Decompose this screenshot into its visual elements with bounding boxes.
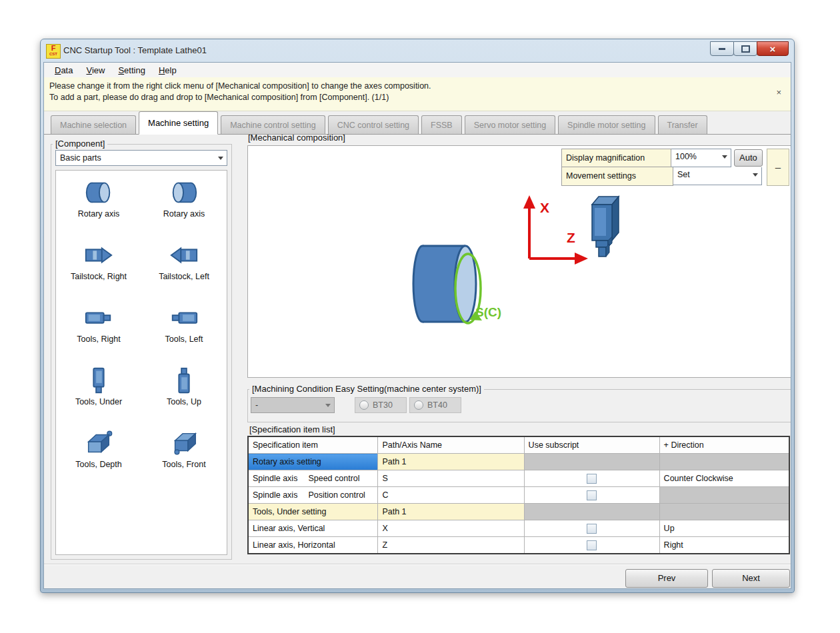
rotary-axis-left-facing-icon (168, 177, 200, 208)
mechanical-composition-canvas[interactable]: S(C) X Z (247, 145, 791, 378)
component-panel: [Component] Basic parts Rotary axis (51, 144, 232, 560)
app-window: F CST CNC Startup Tool : Template Lathe0… (40, 39, 795, 593)
radio-icon (359, 400, 369, 410)
table-row-linear-vertical[interactable]: Linear axis, Vertical X Up (248, 520, 789, 537)
component-item-tools-front[interactable]: Tools, Front (141, 425, 227, 488)
tools-front-icon (168, 428, 200, 458)
table-row-rotary-axis-setting[interactable]: Rotary axis setting Path 1 (248, 454, 789, 470)
machining-condition-select[interactable]: - (251, 397, 335, 413)
app-icon: F CST (46, 44, 61, 59)
auto-button[interactable]: Auto (734, 149, 763, 167)
use-subscript-checkbox[interactable] (587, 474, 597, 484)
notice-line1: Please change it from the right click me… (49, 81, 772, 92)
tab-strip: Machine selection Machine setting Machin… (44, 107, 791, 135)
minimize-button[interactable] (710, 41, 734, 56)
chevron-down-icon (722, 155, 727, 159)
radio-bt40[interactable]: BT40 (409, 397, 461, 413)
tailstock-right-icon (83, 240, 115, 271)
display-magnification-label: Display magnification (561, 149, 671, 167)
view-controls: Display magnification 100% Auto Movement… (561, 149, 763, 186)
close-button[interactable]: × (757, 41, 789, 56)
menu-setting[interactable]: Setting (111, 64, 151, 77)
chevron-down-icon (753, 173, 758, 177)
tab-fssb[interactable]: FSSB (421, 115, 462, 134)
tab-machine-selection[interactable]: Machine selection (51, 115, 136, 134)
component-item-rotary-axis-1[interactable]: Rotary axis (56, 175, 141, 237)
tools-under-icon (83, 365, 115, 396)
use-subscript-checkbox[interactable] (587, 540, 597, 550)
component-item-tailstock-right[interactable]: Tailstock, Right (56, 237, 141, 300)
footer-separator (44, 564, 791, 565)
chevron-down-icon (218, 157, 223, 160)
component-item-tools-left[interactable]: Tools, Left (141, 300, 227, 362)
use-subscript-checkbox[interactable] (587, 524, 597, 534)
menu-data[interactable]: Data (48, 64, 79, 77)
col-direction: + Direction (659, 436, 789, 454)
title-bar[interactable]: F CST CNC Startup Tool : Template Lathe0… (41, 39, 794, 62)
axis-z-label: Z (567, 230, 575, 245)
col-path-axis-name: Path/Axis Name (378, 436, 524, 454)
window-controls: × (711, 41, 789, 56)
mechanical-composition-title: [Mechanical composition] (248, 133, 345, 143)
window-title: CNC Startup Tool : Template Lathe01 (63, 45, 207, 55)
component-list: Rotary axis Rotary axis (55, 170, 227, 555)
movement-settings-select[interactable]: Set (673, 167, 762, 185)
table-header-row: Specification item Path/Axis Name Use su… (248, 436, 789, 454)
axis-indicator: X Z (523, 195, 588, 265)
component-item-rotary-axis-2[interactable]: Rotary axis (141, 175, 227, 237)
component-item-tools-up[interactable]: Tools, Up (141, 362, 227, 425)
specification-table: Specification item Path/Axis Name Use su… (247, 436, 790, 554)
component-item-tools-right[interactable]: Tools, Right (56, 300, 141, 362)
client-area: Data View Setting Help Please change it … (43, 62, 791, 589)
table-row-spindle-position[interactable]: Spindle axisPosition control C (248, 487, 789, 504)
menu-help[interactable]: Help (152, 64, 183, 77)
tool-part[interactable] (592, 197, 619, 257)
desktop: F CST CNC Startup Tool : Template Lathe0… (0, 0, 840, 633)
chevron-down-icon (325, 404, 331, 407)
col-specification-item: Specification item (248, 436, 378, 454)
next-button[interactable]: Next (712, 569, 790, 588)
notice-line2: To add a part, please do drag and drop t… (49, 92, 772, 103)
specification-list-title: [Specification item list] (249, 424, 335, 434)
machining-condition-panel: [Machining Condition Easy Setting(machin… (247, 389, 791, 422)
maximize-icon (741, 45, 750, 53)
tools-right-icon (83, 303, 115, 333)
display-magnification-select[interactable]: 100% (671, 149, 731, 167)
use-subscript-checkbox[interactable] (587, 490, 597, 500)
tools-depth-icon (83, 428, 115, 458)
tab-machine-control-setting[interactable]: Machine control setting (221, 115, 325, 134)
movement-settings-label: Movement settings (561, 167, 673, 186)
component-item-tailstock-left[interactable]: Tailstock, Left (141, 237, 227, 300)
axis-x-label: X (540, 200, 549, 215)
tab-servo-motor-setting[interactable]: Servo motor setting (465, 115, 555, 134)
radio-icon (414, 400, 423, 410)
tab-cnc-control-setting[interactable]: CNC control setting (328, 115, 419, 134)
tailstock-left-icon (168, 240, 200, 271)
tools-up-icon (168, 365, 200, 396)
tools-left-icon (168, 303, 200, 333)
menu-view[interactable]: View (79, 64, 111, 77)
maximize-button[interactable] (733, 41, 757, 56)
collapse-controls-button[interactable]: – (767, 149, 789, 186)
radio-bt30[interactable]: BT30 (355, 397, 407, 413)
menu-bar: Data View Setting Help (44, 63, 791, 78)
table-row-tools-under-setting[interactable]: Tools, Under setting Path 1 (248, 504, 789, 520)
component-item-tools-depth[interactable]: Tools, Depth (56, 425, 141, 488)
table-row-spindle-speed[interactable]: Spindle axisSpeed control S Counter Cloc… (248, 470, 789, 487)
component-item-tools-under[interactable]: Tools, Under (56, 362, 141, 425)
spindle-axis-label: S(C) (475, 305, 501, 319)
close-icon: × (770, 44, 776, 54)
col-use-subscript: Use subscript (524, 436, 659, 454)
tab-machine-setting[interactable]: Machine setting (139, 111, 218, 135)
rotary-axis-right-facing-icon (83, 177, 115, 208)
spindle-part[interactable] (413, 246, 476, 322)
tab-spindle-motor-setting[interactable]: Spindle motor setting (558, 115, 655, 134)
table-row-linear-horizontal[interactable]: Linear axis, Horizontal Z Right (248, 537, 789, 554)
notice-close-icon[interactable]: × (776, 87, 781, 98)
component-category-select[interactable]: Basic parts (55, 150, 227, 166)
notice-bar: Please change it from the right click me… (44, 77, 791, 111)
tab-transfer[interactable]: Transfer (658, 115, 707, 134)
component-panel-title: [Component] (53, 139, 107, 149)
prev-button[interactable]: Prev (625, 569, 708, 588)
minimize-icon (719, 48, 725, 50)
